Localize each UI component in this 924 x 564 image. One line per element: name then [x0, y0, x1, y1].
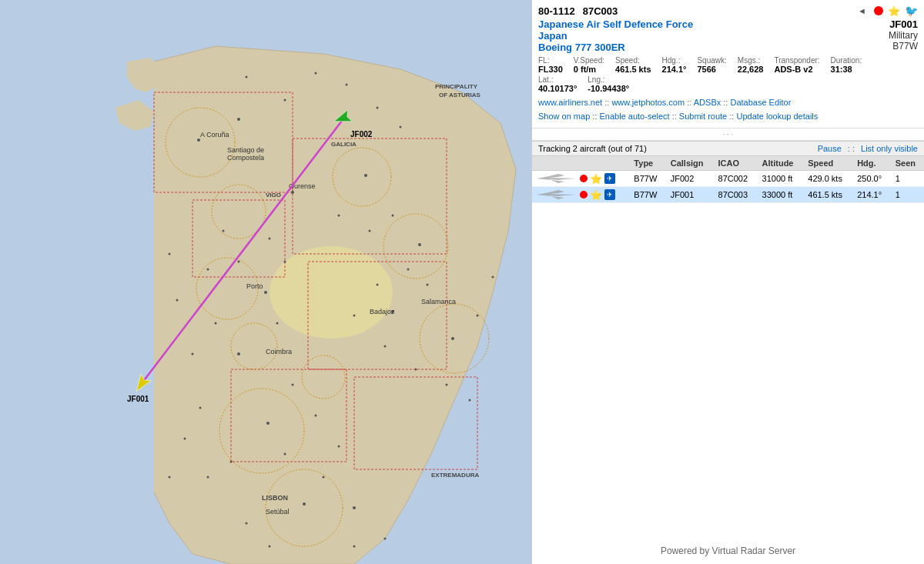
svg-point-81 [215, 322, 217, 325]
svg-point-60 [407, 269, 410, 271]
svg-text:A Coruña: A Coruña [200, 131, 229, 138]
aircraft-seen-cell: 1 [891, 171, 924, 187]
svg-point-84 [192, 353, 194, 355]
aircraft-seen-cell: 1 [891, 187, 924, 203]
list-only-visible-link[interactable]: List only visible [861, 144, 918, 153]
aircraft-table: Type Callsign ICAO Altitude Speed Hdg. S… [532, 156, 924, 203]
svg-rect-1 [0, 0, 154, 564]
svg-point-72 [276, 322, 279, 325]
table-row[interactable]: ⭐ ✈ B77WJF00287C00231000 ft429.0 kts250.… [532, 171, 924, 187]
svg-text:VIGO: VIGO [266, 192, 281, 199]
transponder-col: Transponder: ADS-B v2 [774, 56, 819, 74]
flight-info: 80-1112 87C003 ◄ ⭐ 🐦 Japanese Air Self D… [532, 0, 924, 128]
aircraft-callsign-cell: JF001 [666, 187, 714, 203]
msgs-col: Msgs.: 22,628 [738, 56, 764, 74]
svg-point-75 [338, 446, 340, 448]
col-icao[interactable]: ICAO [714, 156, 758, 171]
svg-text:Badajoz: Badajoz [370, 308, 395, 315]
svg-text:GALICIA: GALICIA [331, 141, 357, 148]
svg-point-30 [451, 337, 454, 340]
airliners-link[interactable]: www.airliners.net [538, 98, 602, 107]
col-hdg[interactable]: Hdg. [852, 156, 891, 171]
pause-link[interactable]: Pause [818, 144, 842, 153]
links-row: www.airliners.net :: www.jetphotos.com :… [538, 96, 918, 123]
svg-text:OF ASTURIAS: OF ASTURIAS [439, 92, 481, 98]
svg-text:Salamanca: Salamanca [421, 298, 456, 305]
table-row[interactable]: ⭐ ✈ B77WJF00187C00333000 ft461.5 kts214.… [532, 187, 924, 203]
svg-text:PRINCIPALITY: PRINCIPALITY [435, 83, 478, 90]
update-lookup-link[interactable]: Update lookup details [736, 112, 818, 121]
col-callsign[interactable]: Callsign [666, 156, 714, 171]
svg-point-90 [246, 522, 248, 525]
enable-auto-select-link[interactable]: Enable auto-select [600, 112, 670, 121]
flight-header-row: 80-1112 87C003 ◄ ⭐ 🐦 [538, 5, 918, 17]
database-editor-link[interactable]: Database Editor [730, 98, 791, 107]
svg-point-57 [338, 215, 340, 217]
collapse-button[interactable]: ◄ [855, 6, 869, 15]
svg-point-24 [266, 422, 270, 425]
aircraft-tbody: ⭐ ✈ B77WJF00287C00231000 ft429.0 kts250.… [532, 171, 924, 203]
svg-point-74 [315, 415, 317, 417]
svg-point-53 [315, 72, 317, 75]
svg-point-71 [284, 261, 286, 263]
svg-point-25 [303, 502, 306, 506]
military-badge: Military [889, 30, 918, 41]
duration-value: 31:38 [831, 65, 862, 74]
tracking-controls: Pause : : List only visible [818, 144, 918, 153]
aircraft-altitude-cell: 31000 ft [758, 171, 804, 187]
svg-point-70 [269, 238, 271, 240]
red-dot-icon [874, 6, 883, 15]
svg-text:Santiago de: Santiago de [227, 146, 264, 154]
transponder-label: Transponder: [774, 56, 819, 65]
show-on-map-link[interactable]: Show on map [538, 112, 590, 121]
svg-point-2 [270, 246, 393, 339]
col-type[interactable]: Type [629, 156, 665, 171]
squawk-col: Squawk: 7566 [697, 56, 726, 74]
svg-text:JF001: JF001 [127, 395, 149, 403]
svg-point-68 [477, 315, 479, 317]
fl-label: FL: [538, 56, 563, 65]
aircraft-thumb-cell: ⭐ ✈ [532, 187, 629, 203]
svg-point-52 [284, 99, 286, 102]
svg-text:Compostela: Compostela [227, 154, 264, 162]
svg-point-61 [427, 284, 429, 286]
svg-text:Porto: Porto [246, 282, 263, 290]
powered-by-text: Powered by Virtual Radar Server [532, 538, 924, 564]
map-area[interactable]: A Coruña Santiago de Compostela Ourense … [0, 0, 531, 564]
submit-route-link[interactable]: Submit route [679, 112, 727, 121]
jetphotos-link[interactable]: www.jetphotos.com [611, 98, 685, 107]
aircraft-hdg-cell: 250.0° [852, 171, 891, 187]
col-speed[interactable]: Speed [803, 156, 852, 171]
fl-value: FL330 [538, 65, 563, 74]
svg-point-65 [415, 369, 417, 371]
lat-col: Lat.: 40.10173° [538, 75, 577, 93]
duration-label: Duration: [831, 56, 862, 65]
col-thumb [532, 156, 629, 171]
lng-value: -10.94438° [588, 84, 629, 93]
adsbx-link[interactable]: ADSBx [694, 98, 721, 107]
transponder-value: ADS-B v2 [774, 65, 819, 74]
aircraft-icao-cell: 87C003 [714, 187, 758, 203]
svg-point-23 [237, 352, 240, 355]
aircraft-thumb-cell: ⭐ ✈ [532, 171, 629, 187]
flight-details-row: FL: FL330 V.Speed: 0 ft/m Speed: 461.5 k… [538, 56, 918, 74]
svg-point-58 [369, 230, 371, 232]
svg-point-83 [176, 299, 179, 302]
country-name: Japan [538, 30, 693, 42]
col-seen[interactable]: Seen [891, 156, 924, 171]
latlong-row: Lat.: 40.10173° Lng.: -10.94438° [538, 75, 918, 93]
twitter-icon: 🐦 [905, 5, 918, 17]
resize-handle[interactable]: · · · [532, 128, 924, 141]
col-altitude[interactable]: Altitude [758, 156, 804, 171]
svg-point-27 [364, 174, 367, 177]
svg-point-22 [264, 291, 267, 294]
aircraft-model: Boeing 777 300ER [538, 42, 693, 53]
aircraft-code: B77W [889, 41, 918, 52]
svg-point-59 [392, 215, 394, 217]
speed-col: Speed: 461.5 kts [615, 56, 651, 74]
vspeed-value: 0 ft/m [574, 65, 604, 74]
fl-col: FL: FL330 [538, 56, 563, 74]
hdg-value: 214.1° [662, 65, 687, 74]
svg-text:Coimbra: Coimbra [266, 348, 292, 355]
aircraft-type-cell: B77W [629, 187, 665, 203]
